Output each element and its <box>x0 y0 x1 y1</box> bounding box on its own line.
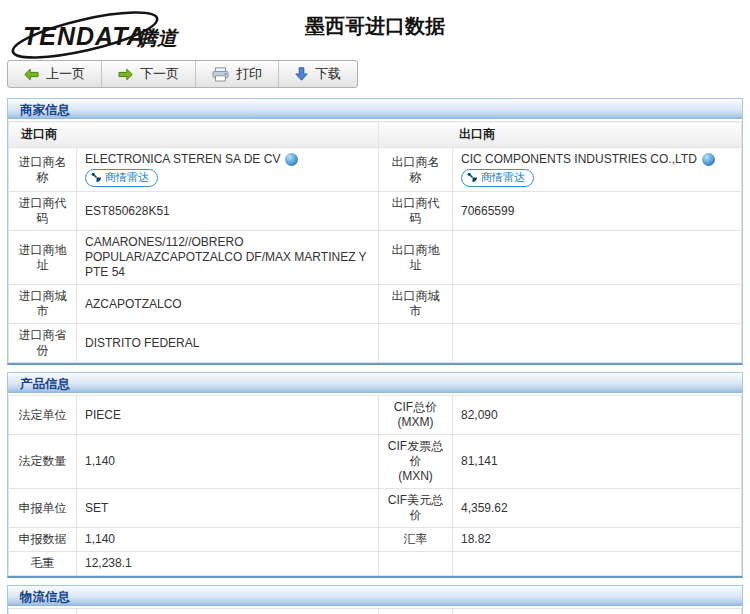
radar-icon <box>91 172 102 183</box>
date-value: 2018-09-24 <box>453 609 742 614</box>
cif-usd-total-value: 4,359.62 <box>453 489 742 528</box>
arrow-right-icon <box>118 68 133 81</box>
legal-qty-label: 法定数量 <box>9 435 77 489</box>
merchant-table: 进口商 出口商 进口商名称 ELECTRONICA STEREN SA DE C… <box>8 121 742 363</box>
table-row: 进口商地址 CAMARONES/112//OBRERO POPULAR/AZCA… <box>9 231 742 285</box>
exporter-name-value: CIC COMPONENTS INDUSTRIES CO.,LTD <box>461 152 697 167</box>
importer-name-value: ELECTRONICA STEREN SA DE CV <box>85 152 280 167</box>
empty-label <box>379 324 453 363</box>
product-table: 法定单位 PIECE CIF总价 (MXM) 82,090 法定数量 1,140… <box>8 395 742 576</box>
prev-page-button[interactable]: 上一页 <box>8 61 102 87</box>
print-button[interactable]: 打印 <box>196 61 279 87</box>
gross-weight-label: 毛重 <box>9 552 77 576</box>
download-button[interactable]: 下载 <box>279 61 357 87</box>
radar-icon <box>467 172 478 183</box>
next-page-button[interactable]: 下一页 <box>102 61 196 87</box>
logistics-table: 海关编码 82054001 日期 2018-09-24 原产国 TAIWAN 运… <box>8 608 742 614</box>
importer-address-label: 进口商地址 <box>9 231 77 285</box>
toolbar: 上一页 下一页 打印 下载 <box>7 60 358 88</box>
arrow-left-icon <box>24 68 39 81</box>
declared-data-label: 申报数据 <box>9 528 77 552</box>
download-label: 下载 <box>315 65 341 83</box>
page: TENDATA 腾道 墨西哥进口数据 上一页 下一页 <box>0 0 750 614</box>
merchant-subheader-row: 进口商 出口商 <box>9 122 742 148</box>
importer-radar-link[interactable]: 商情雷达 <box>85 169 158 187</box>
table-row: 申报单位 SET CIF美元总价 4,359.62 <box>9 489 742 528</box>
cif-total-mxm-value: 82,090 <box>453 396 742 435</box>
section-merchant: 商家信息 进口商 出口商 进口商名称 ELECTRONICA STEREN SA… <box>7 98 743 365</box>
importer-column-header: 进口商 <box>9 122 379 148</box>
hs-code-label: 海关编码 <box>9 609 77 614</box>
section-merchant-title: 商家信息 <box>8 99 742 121</box>
section-logistics: 物流信息 海关编码 82054001 日期 2018-09-24 原产国 TAI… <box>7 585 743 614</box>
section-logistics-title: 物流信息 <box>8 586 742 608</box>
cif-invoice-mxn-label: CIF发票总价 (MXN) <box>379 435 453 489</box>
cif-usd-total-label: CIF美元总价 <box>379 489 453 528</box>
cif-invoice-mxn-value: 81,141 <box>453 435 742 489</box>
cif-total-mxm-label: CIF总价 (MXM) <box>379 396 453 435</box>
empty-label <box>379 552 453 576</box>
table-row: 进口商名称 ELECTRONICA STEREN SA DE CV 商情雷达 出… <box>9 148 742 192</box>
next-page-label: 下一页 <box>140 65 179 83</box>
legal-unit-label: 法定单位 <box>9 396 77 435</box>
exporter-address-value <box>453 231 742 285</box>
empty-value <box>453 552 742 576</box>
radar-label: 商情雷达 <box>105 171 149 185</box>
print-label: 打印 <box>236 65 262 83</box>
table-row: 法定单位 PIECE CIF总价 (MXM) 82,090 <box>9 396 742 435</box>
declared-data-value: 1,140 <box>77 528 379 552</box>
table-row: 申报数据 1,140 汇率 18.82 <box>9 528 742 552</box>
declared-unit-value: SET <box>77 489 379 528</box>
importer-address-value: CAMARONES/112//OBRERO POPULAR/AZCAPOTZAL… <box>77 231 379 285</box>
exporter-code-label: 出口商代码 <box>379 192 453 231</box>
gross-weight-value: 12,238.1 <box>77 552 379 576</box>
hs-code-value: 82054001 <box>77 609 379 614</box>
table-row: 进口商代码 EST850628K51 出口商代码 70665599 <box>9 192 742 231</box>
arrow-down-icon <box>295 67 308 81</box>
table-row: 海关编码 82054001 日期 2018-09-24 <box>9 609 742 614</box>
page-title: 墨西哥进口数据 <box>7 13 743 40</box>
table-row: 进口商省份 DISTRITO FEDERAL <box>9 324 742 363</box>
legal-unit-value: PIECE <box>77 396 379 435</box>
exporter-city-value <box>453 285 742 324</box>
importer-code-label: 进口商代码 <box>9 192 77 231</box>
legal-qty-value: 1,140 <box>77 435 379 489</box>
importer-name-label: 进口商名称 <box>9 148 77 192</box>
table-row: 毛重 12,238.1 <box>9 552 742 576</box>
exporter-column-header: 出口商 <box>379 122 742 148</box>
prev-page-label: 上一页 <box>46 65 85 83</box>
section-product: 产品信息 法定单位 PIECE CIF总价 (MXM) 82,090 法定数量 … <box>7 372 743 578</box>
globe-icon[interactable] <box>285 153 298 166</box>
importer-province-label: 进口商省份 <box>9 324 77 363</box>
page-header: TENDATA 腾道 墨西哥进口数据 <box>7 4 743 56</box>
printer-icon <box>212 67 229 82</box>
radar-label: 商情雷达 <box>481 171 525 185</box>
importer-city-value: AZCAPOTZALCO <box>77 285 379 324</box>
exchange-rate-value: 18.82 <box>453 528 742 552</box>
exporter-name-label: 出口商名称 <box>379 148 453 192</box>
importer-code-value: EST850628K51 <box>77 192 379 231</box>
importer-province-value: DISTRITO FEDERAL <box>77 324 379 363</box>
exporter-name-cell: CIC COMPONENTS INDUSTRIES CO.,LTD 商情雷达 <box>453 148 742 192</box>
declared-unit-label: 申报单位 <box>9 489 77 528</box>
empty-value <box>453 324 742 363</box>
exporter-code-value: 70665599 <box>453 192 742 231</box>
table-row: 进口商城市 AZCAPOTZALCO 出口商城市 <box>9 285 742 324</box>
exporter-city-label: 出口商城市 <box>379 285 453 324</box>
exporter-address-label: 出口商地址 <box>379 231 453 285</box>
section-product-title: 产品信息 <box>8 373 742 395</box>
table-row: 法定数量 1,140 CIF发票总价 (MXN) 81,141 <box>9 435 742 489</box>
date-label: 日期 <box>379 609 453 614</box>
exporter-radar-link[interactable]: 商情雷达 <box>461 169 534 187</box>
exchange-rate-label: 汇率 <box>379 528 453 552</box>
importer-name-cell: ELECTRONICA STEREN SA DE CV 商情雷达 <box>77 148 379 192</box>
importer-city-label: 进口商城市 <box>9 285 77 324</box>
globe-icon[interactable] <box>702 153 715 166</box>
